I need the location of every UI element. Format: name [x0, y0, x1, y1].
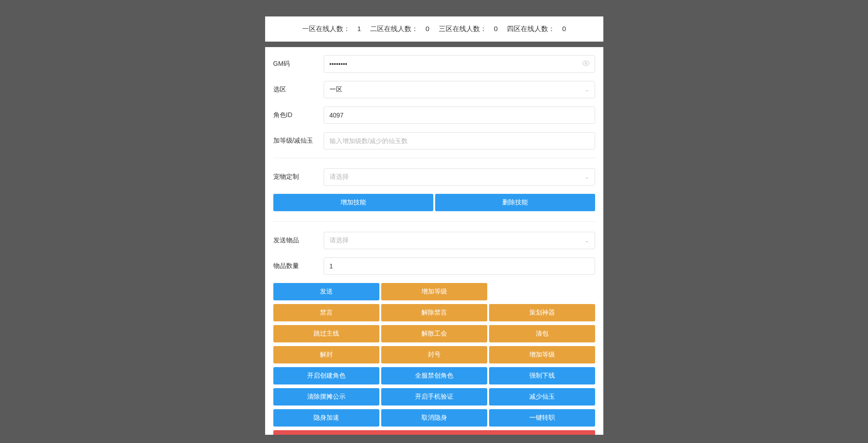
gm-code-label: GM码 [273, 60, 324, 68]
strategy-artifact-button[interactable]: 策划神器 [489, 304, 595, 321]
zone1-value: 1 [357, 25, 361, 32]
enable-create-button[interactable]: 开启创建角色 [273, 367, 379, 384]
main-panel: GM码 选区 一区 ⌄ 角色ID 加等级/减 [265, 47, 603, 435]
zone2-value: 0 [426, 25, 429, 32]
enable-phone-button[interactable]: 开启手机验证 [381, 388, 487, 406]
send-button[interactable]: 发送 [273, 283, 379, 300]
divider [273, 221, 595, 222]
mute-button[interactable]: 禁言 [273, 304, 379, 321]
pet-label: 宠物定制 [273, 173, 324, 181]
zone3-value: 0 [494, 25, 498, 32]
skip-main-button[interactable]: 跳过主线 [273, 325, 379, 342]
zone-select-value: 一区 [330, 85, 342, 94]
add-level2-button[interactable]: 增加等级 [489, 346, 595, 363]
zone-select[interactable]: 一区 ⌄ [324, 81, 595, 98]
item-label: 发送物品 [273, 236, 324, 245]
level-input[interactable] [324, 132, 595, 149]
force-offline-button[interactable]: 强制下线 [489, 367, 595, 384]
chevron-down-icon: ⌄ [585, 174, 589, 180]
ban-button[interactable]: 封号 [381, 346, 487, 363]
qty-label: 物品数量 [273, 262, 324, 270]
reduce-jade-button[interactable]: 减少仙玉 [489, 388, 595, 406]
eye-icon[interactable] [582, 60, 590, 69]
disable-create-button[interactable]: 全服禁创角色 [381, 367, 487, 384]
add-level-button[interactable]: 增加等级 [381, 283, 487, 300]
one-click-transfer-button[interactable]: 一键转职 [489, 409, 595, 427]
divider [273, 158, 595, 158]
item-select[interactable]: 请选择 ⌄ [324, 232, 595, 249]
zone2-label: 二区在线人数： [370, 25, 418, 32]
qty-input[interactable] [324, 257, 595, 275]
zone4-value: 0 [562, 25, 566, 32]
gm-code-input[interactable] [324, 55, 595, 73]
unmute-button[interactable]: 解除禁言 [381, 304, 487, 321]
pet-select[interactable]: 请选择 ⌄ [324, 168, 595, 186]
level-label: 加等级/减仙玉 [273, 137, 324, 145]
zone1-label: 一区在线人数： [302, 25, 350, 32]
zone4-label: 四区在线人数： [507, 25, 555, 32]
item-select-placeholder: 请选择 [330, 236, 349, 245]
pet-select-placeholder: 请选择 [330, 173, 349, 181]
zone3-label: 三区在线人数： [439, 25, 487, 32]
clear-stall-button[interactable]: 清除摆摊公示 [273, 388, 379, 406]
role-id-label: 角色ID [273, 111, 324, 119]
add-skill-button[interactable]: 增加技能 [273, 194, 433, 211]
red-button-partial[interactable] [273, 430, 595, 435]
stats-bar: 一区在线人数：1 二区在线人数：0 三区在线人数：0 四区在线人数：0 [265, 16, 603, 42]
disband-guild-button[interactable]: 解散工会 [381, 325, 487, 342]
role-id-input[interactable] [324, 107, 595, 124]
cancel-invisible-button[interactable]: 取消隐身 [381, 409, 487, 427]
clear-bag-button[interactable]: 清包 [489, 325, 595, 342]
delete-skill-button[interactable]: 删除技能 [435, 194, 595, 211]
zone-label: 选区 [273, 85, 324, 94]
unban-button[interactable]: 解封 [273, 346, 379, 363]
invisible-speed-button[interactable]: 隐身加速 [273, 409, 379, 427]
svg-point-0 [585, 63, 587, 64]
chevron-down-icon: ⌄ [585, 86, 589, 93]
chevron-down-icon: ⌄ [585, 237, 589, 244]
